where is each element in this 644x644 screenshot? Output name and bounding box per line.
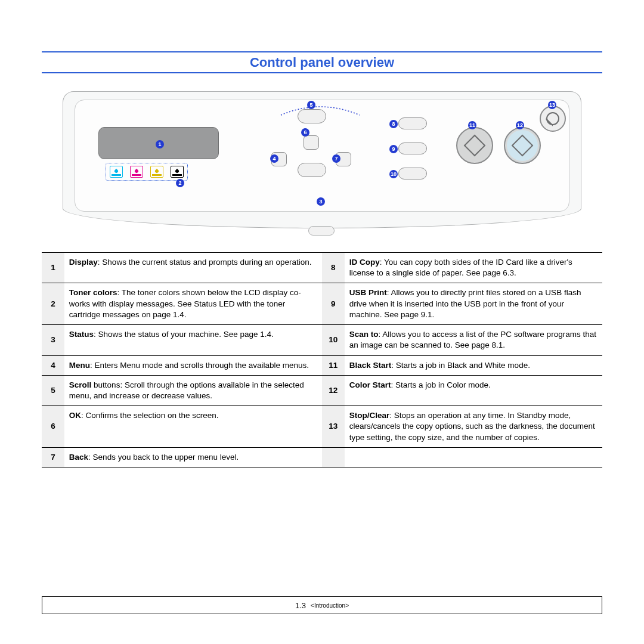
cell-txt-3: Status: Shows the status of your machine…	[64, 325, 322, 355]
cell-num-2: 2	[42, 283, 64, 325]
page-footer: 1.3 <Introduction>	[42, 596, 602, 614]
callout-3: 3	[317, 197, 325, 206]
cell-num-7: 7	[42, 447, 64, 467]
cell-num-4: 4	[42, 355, 64, 375]
legend-table: 1 Display: Shows the current status and …	[42, 252, 602, 467]
cell-num-10: 10	[322, 325, 345, 355]
black-start-button-icon	[456, 127, 493, 164]
cell-txt-6: OK: Confirms the selection on the screen…	[64, 406, 322, 448]
cell-txt-7: Back: Sends you back to the upper menu l…	[64, 447, 322, 467]
callout-10: 10	[389, 170, 398, 178]
callout-arc	[278, 102, 362, 117]
cell-num-blank	[322, 447, 345, 467]
cell-txt-11: Black Start: Starts a job in Black and W…	[345, 355, 602, 375]
cell-txt-13: Stop/Clear: Stops an operation at any ti…	[345, 406, 602, 448]
cell-txt-2: Toner colors: The toner colors shown bel…	[64, 283, 322, 325]
callout-7: 7	[332, 154, 340, 163]
cell-txt-1: Display: Shows the current status and pr…	[64, 253, 322, 283]
callout-11: 11	[468, 121, 476, 129]
menu-nav-cluster	[271, 109, 373, 181]
cell-num-8: 8	[322, 253, 345, 283]
cell-num-5: 5	[42, 375, 64, 405]
callout-6: 6	[301, 128, 309, 137]
cell-txt-blank	[345, 447, 602, 467]
callout-2: 2	[176, 179, 184, 187]
callout-12: 12	[516, 121, 524, 129]
callout-13: 13	[548, 101, 556, 109]
toner-indicators	[106, 163, 188, 181]
status-led-icon	[308, 226, 335, 236]
footer-page: 1.3	[295, 601, 306, 610]
control-panel-diagram: 1 2 3 4 5 6 7 8 9 10 11 12 13	[63, 91, 581, 228]
cell-num-6: 6	[42, 406, 64, 448]
cell-txt-10: Scan to: Allows you to access a list of …	[345, 325, 602, 355]
cell-txt-4: Menu: Enters Menu mode and scrolls throu…	[64, 355, 322, 375]
cell-num-9: 9	[322, 283, 345, 325]
color-start-button-icon	[504, 127, 541, 164]
footer-section: <Introduction>	[311, 602, 349, 609]
cell-num-1: 1	[42, 253, 64, 283]
callout-1: 1	[156, 140, 164, 148]
cell-num-13: 13	[322, 406, 345, 448]
callout-4: 4	[270, 154, 278, 163]
cell-txt-8: ID Copy: You can copy both sides of the …	[345, 253, 602, 283]
callout-8: 8	[389, 120, 398, 128]
callout-9: 9	[389, 145, 398, 153]
cell-num-11: 11	[322, 355, 345, 375]
cell-num-12: 12	[322, 375, 345, 405]
cell-txt-12: Color Start: Starts a job in Color mode.	[345, 375, 602, 405]
cell-txt-5: Scroll buttons: Scroll through the optio…	[64, 375, 322, 405]
cell-num-3: 3	[42, 325, 64, 355]
stop-clear-button-icon	[540, 106, 566, 132]
page-title: Control panel overview	[42, 55, 602, 70]
cell-txt-9: USB Print: Allows you to directly print …	[345, 283, 602, 325]
